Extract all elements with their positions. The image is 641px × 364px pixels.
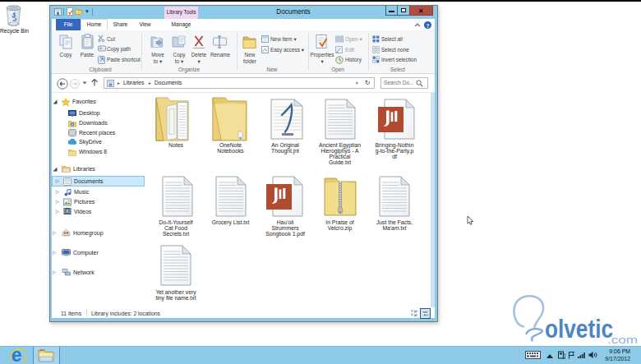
svg-text:.com: .com: [607, 334, 638, 345]
svg-text:olvetic: olvetic: [545, 314, 613, 343]
